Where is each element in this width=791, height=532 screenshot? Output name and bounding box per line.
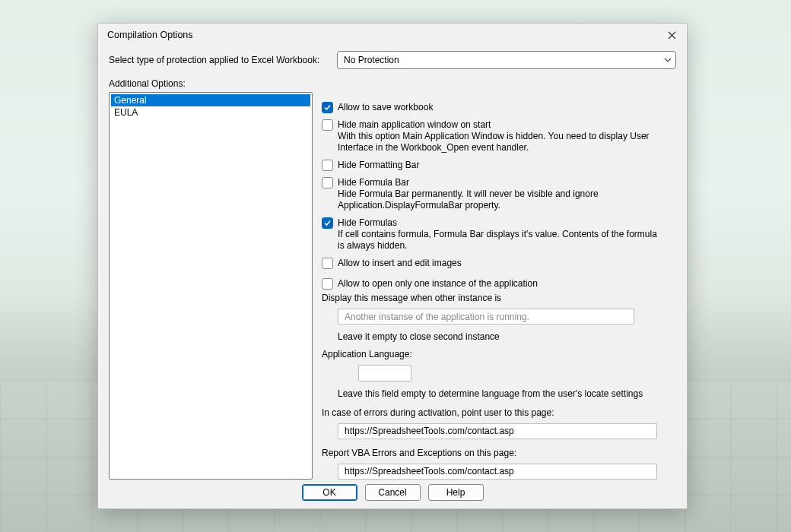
additional-options-label: Additional Options:	[109, 78, 676, 89]
instance-message-input[interactable]	[338, 309, 634, 325]
checkbox[interactable]	[322, 160, 333, 171]
option-label: Hide Formula Bar	[338, 176, 409, 188]
list-item-general[interactable]: General	[111, 94, 310, 106]
activation-error-label: In case of errors during activation, poi…	[322, 407, 676, 418]
option-label: Allow to open only one instance of the a…	[338, 277, 538, 290]
checkbox[interactable]	[322, 102, 333, 113]
dialog-content: Select type of protection applied to Exc…	[98, 46, 687, 483]
protection-label: Select type of protection applied to Exc…	[109, 55, 337, 65]
checkbox[interactable]	[322, 217, 333, 229]
window-title: Compilation Options	[107, 30, 662, 40]
checkbox[interactable]	[322, 278, 333, 290]
app-language-label: Application Language:	[322, 349, 676, 359]
option-hide-formula-bar[interactable]: Hide Formula Bar	[322, 176, 676, 188]
instance-message-label: Display this message when other instance…	[322, 293, 676, 303]
help-button[interactable]: Help	[428, 484, 484, 501]
checkbox[interactable]	[322, 119, 333, 131]
option-one-instance[interactable]: Allow to open only one instance of the a…	[322, 277, 676, 290]
activation-error-input[interactable]	[338, 423, 657, 439]
cancel-button[interactable]: Cancel	[365, 484, 421, 501]
option-label: Hide Formatting Bar	[338, 159, 419, 171]
checkbox[interactable]	[322, 258, 333, 269]
close-icon	[668, 31, 676, 40]
option-hide-main-window[interactable]: Hide main application window on start	[322, 119, 676, 131]
option-hide-formatting-bar[interactable]: Hide Formatting Bar	[322, 159, 676, 171]
app-language-input[interactable]	[358, 365, 411, 381]
option-desc: With this option Main Application Window…	[338, 131, 665, 154]
option-desc: If cell contains formula, Formula Bar di…	[338, 229, 665, 252]
option-allow-save[interactable]: Allow to save workbook	[322, 101, 676, 113]
vba-error-input[interactable]	[338, 464, 657, 480]
options-category-list[interactable]: General EULA	[109, 92, 313, 480]
instance-message-hint: Leave it empty to close second instance	[338, 331, 676, 342]
list-item-eula[interactable]: EULA	[111, 106, 310, 119]
protection-select-value: No Protection	[337, 51, 676, 69]
protection-row: Select type of protection applied to Exc…	[109, 51, 676, 69]
vba-error-label: Report VBA Errors and Exceptions on this…	[322, 448, 676, 458]
ok-button[interactable]: OK	[302, 484, 357, 501]
protection-select[interactable]: No Protection	[337, 51, 676, 69]
dialog-button-row: OK Cancel Help	[98, 483, 687, 508]
compilation-options-dialog: Compilation Options Select type of prote…	[97, 23, 688, 509]
option-desc: Hide Formula Bar permanently. It will ne…	[338, 188, 665, 211]
option-label: Allow to save workbook	[338, 101, 433, 113]
option-label: Allow to insert and edit images	[338, 257, 462, 269]
option-allow-images[interactable]: Allow to insert and edit images	[322, 257, 676, 269]
titlebar: Compilation Options	[98, 24, 687, 46]
close-button[interactable]	[662, 26, 681, 44]
app-language-hint: Leave this field empty to determine lang…	[338, 388, 676, 399]
option-label: Hide main application window on start	[338, 119, 491, 131]
option-label: Hide Formulas	[338, 217, 397, 229]
general-options-panel: Allow to save workbook Hide main applica…	[322, 92, 676, 480]
checkbox[interactable]	[322, 177, 333, 188]
option-hide-formulas[interactable]: Hide Formulas	[322, 217, 676, 229]
chevron-down-icon	[664, 58, 672, 62]
columns: General EULA Allow to save workbook Hide…	[109, 92, 676, 480]
